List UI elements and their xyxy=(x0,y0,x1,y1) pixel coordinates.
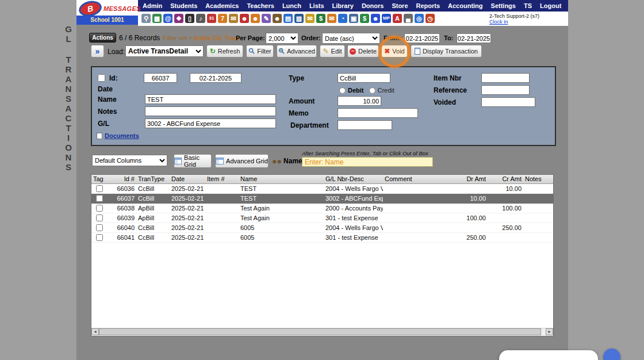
advanced-button[interactable]: + Advanced xyxy=(277,45,317,58)
row-tag-checkbox[interactable] xyxy=(96,185,103,192)
reference-input[interactable] xyxy=(481,85,530,95)
nav-library[interactable]: Library xyxy=(332,2,354,9)
id-checkbox[interactable] xyxy=(98,74,105,82)
nav-accounting[interactable]: Accounting xyxy=(448,2,483,9)
name-search-input[interactable] xyxy=(302,157,433,167)
columns-select[interactable]: Default Columns xyxy=(92,155,167,166)
art-pencil-icon[interactable]: ✎ xyxy=(262,14,271,23)
nav-students[interactable]: Students xyxy=(170,2,197,9)
row-tag-checkbox[interactable] xyxy=(96,215,103,221)
grapes-icon[interactable]: ❖ xyxy=(174,14,183,23)
card-blue-icon[interactable]: ▤ xyxy=(283,14,293,23)
table-row[interactable]: 66036CcBill2025-02-21TEST2004 - Wells Fa… xyxy=(91,183,554,193)
nav-settings[interactable]: Settings xyxy=(491,2,516,9)
column-header-item-[interactable]: Item # xyxy=(205,175,239,183)
row-tag-checkbox[interactable] xyxy=(96,205,103,212)
chat-button[interactable] xyxy=(603,348,620,360)
search-icon[interactable]: ⚲ xyxy=(141,14,151,23)
to-date-input[interactable] xyxy=(457,33,491,43)
nav-ts[interactable]: TS xyxy=(524,2,532,9)
debit-radio[interactable] xyxy=(339,87,346,94)
column-header-tag[interactable]: Tag xyxy=(91,175,108,183)
printer-icon[interactable]: ▄ xyxy=(404,14,413,23)
from-date-input[interactable] xyxy=(404,33,440,43)
memo-input[interactable] xyxy=(338,108,418,118)
row-tag-checkbox[interactable] xyxy=(96,234,103,241)
nav-reports[interactable]: Reports xyxy=(416,2,440,9)
id-input[interactable] xyxy=(144,73,177,83)
table-row[interactable]: 66038ApBill2025-02-21Test Again2000 - Ac… xyxy=(91,203,554,213)
window-icon[interactable]: ▣ xyxy=(349,14,358,23)
column-header-cr-amt[interactable]: Cr Amt xyxy=(488,175,523,183)
pdf-icon[interactable]: A xyxy=(393,14,402,23)
table-row[interactable]: 66037CcBill2025-02-21TEST3002 - ABCFund … xyxy=(91,193,554,203)
row-tag-checkbox[interactable] xyxy=(96,195,103,202)
finance-person-icon[interactable]: $ xyxy=(316,14,325,23)
calendar-red-icon[interactable]: 31 xyxy=(207,14,216,23)
notebook-icon[interactable]: ▥ xyxy=(294,14,304,23)
filter-button[interactable]: Filter xyxy=(246,45,274,58)
form-date-input[interactable] xyxy=(190,73,241,83)
nav-logout[interactable]: Logout xyxy=(540,2,561,9)
mp-badge-icon[interactable]: MP xyxy=(382,14,391,23)
load-select[interactable]: Active TransDetail xyxy=(125,45,204,57)
nav-store[interactable]: Store xyxy=(392,2,408,9)
nav-lunch[interactable]: Lunch xyxy=(282,2,301,9)
table-row[interactable]: 66041CcBill2025-02-216005301 - test Expe… xyxy=(91,232,554,242)
department-input[interactable] xyxy=(338,120,392,130)
nav-academics[interactable]: Academics xyxy=(205,2,239,9)
scroll-left-button[interactable]: ◂ xyxy=(91,328,99,335)
type-input[interactable] xyxy=(338,73,390,83)
void-button[interactable]: ✖ Void xyxy=(381,45,408,58)
globe-clock-icon[interactable]: ◔ xyxy=(338,14,347,23)
edit-button[interactable]: ✎ Edit xyxy=(320,45,345,58)
voided-input[interactable] xyxy=(481,97,535,107)
table-row[interactable]: 66040CcBill2025-02-2160052004 - Wells Fa… xyxy=(91,223,554,232)
load-expand-button[interactable]: » xyxy=(91,45,104,58)
spreadsheet-icon[interactable]: ▦ xyxy=(152,14,162,23)
documents-link[interactable]: Documents xyxy=(105,132,139,139)
clock-in-link[interactable]: Clock In xyxy=(489,19,539,25)
item-nbr-input[interactable] xyxy=(481,73,530,83)
basic-grid-button[interactable]: Basic Grid xyxy=(174,154,212,168)
column-header-id-[interactable]: Id # xyxy=(108,175,136,183)
clock-red-icon[interactable]: ◷ xyxy=(425,14,435,23)
money-icon[interactable]: $ xyxy=(360,14,369,23)
column-header-dr-amt[interactable]: Dr Amt xyxy=(453,175,488,183)
advanced-grid-button[interactable]: Advanced Grid xyxy=(215,154,269,168)
nav-donors[interactable]: Donors xyxy=(362,2,384,9)
nav-admin[interactable]: Admin xyxy=(143,2,162,9)
mobile-icon[interactable]: ▯ xyxy=(185,14,194,23)
amount-input[interactable] xyxy=(338,96,381,106)
credit-radio[interactable] xyxy=(369,87,375,94)
per-page-select[interactable]: 2,000 xyxy=(266,33,298,44)
calendar-orange-icon[interactable]: 7 xyxy=(218,14,227,23)
audio-icon[interactable]: ♪ xyxy=(196,14,205,23)
column-header-notes[interactable]: Notes xyxy=(523,175,554,183)
scrollbar-thumb[interactable] xyxy=(99,328,541,335)
order-select[interactable]: Date (asc) xyxy=(322,33,380,44)
mail-yellow-icon[interactable]: ✉ xyxy=(305,14,315,23)
gl-input[interactable] xyxy=(145,118,276,128)
globe-blue-icon[interactable]: ◎ xyxy=(415,14,424,23)
actions-button[interactable]: Actions xyxy=(89,33,116,43)
display-transaction-button[interactable]: Display Transaction xyxy=(411,45,482,58)
refresh-button[interactable]: ↻ Refresh xyxy=(206,45,243,58)
form-name-input[interactable] xyxy=(145,94,276,104)
horizontal-scrollbar[interactable]: ◂ ▸ xyxy=(91,328,553,335)
column-header-date[interactable]: Date xyxy=(170,175,205,183)
row-tag-checkbox[interactable] xyxy=(96,224,103,231)
person-red-icon[interactable]: ☻ xyxy=(240,14,249,23)
column-header-trantype[interactable]: TranType xyxy=(136,175,170,183)
column-header-g-l-nbr-desc[interactable]: G/L Nbr-Desc xyxy=(324,175,383,183)
email-at-icon[interactable]: @ xyxy=(163,14,172,23)
column-header-name[interactable]: Name xyxy=(239,175,324,183)
scroll-right-button[interactable]: ▸ xyxy=(546,328,553,335)
person-orange-icon[interactable]: ☻ xyxy=(251,14,260,23)
nav-lists[interactable]: Lists xyxy=(309,2,324,9)
delete-button[interactable]: – Delete xyxy=(347,45,379,58)
table-row[interactable]: 66039ApBill2025-02-21Test Again301 - tes… xyxy=(91,213,554,223)
chat-widget[interactable] xyxy=(499,350,598,360)
people-blue-icon[interactable]: ☻ xyxy=(371,14,380,23)
people-brown-icon[interactable]: ☻ xyxy=(273,14,282,23)
